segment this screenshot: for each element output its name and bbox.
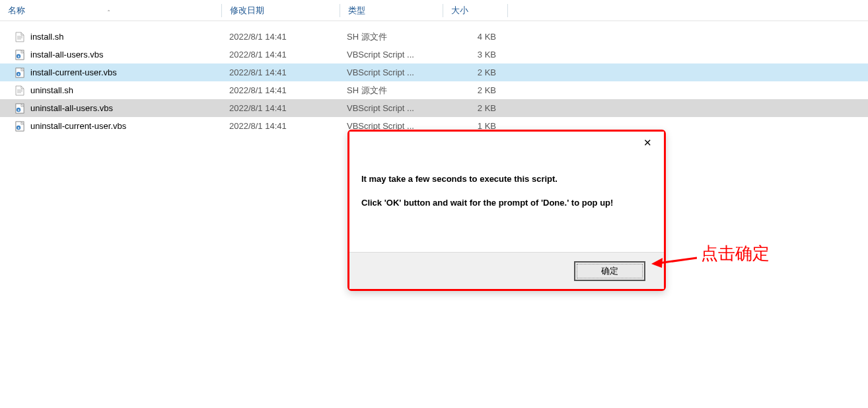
file-type-cell: VBScript Script ... [339,67,441,77]
column-separator [507,4,508,17]
file-size: 2 KB [478,67,496,77]
dialog-titlebar: ✕ [349,132,664,154]
file-date-cell: 2022/8/1 14:41 [221,103,339,113]
column-size-label: 大小 [451,5,468,17]
file-icon: S [15,67,25,78]
sort-ascending-icon: ˆ [108,10,110,17]
file-name: install-all-users.vbs [30,50,104,60]
column-type[interactable]: 类型 [340,5,443,17]
file-icon: S [15,50,25,60]
file-size-cell: 2 KB [441,103,505,113]
file-date-cell: 2022/8/1 14:41 [221,32,339,42]
file-name-cell: Suninstall-current-user.vbs [0,121,221,132]
dialog-footer: 确定 [349,252,664,289]
file-icon: S [15,103,25,114]
file-name: install.sh [30,32,64,42]
column-name-label: 名称 [8,5,25,17]
file-date: 2022/8/1 14:41 [229,103,287,113]
file-size-cell: 2 KB [441,67,505,77]
column-headers: 名称 ˆ 修改日期 类型 大小 [0,0,868,21]
file-icon [15,32,25,42]
file-type-cell: VBScript Script ... [339,103,441,113]
arrow-icon [651,250,697,270]
column-size[interactable]: 大小 [443,5,507,17]
file-name: uninstall.sh [30,85,73,95]
file-type: VBScript Script ... [347,50,414,60]
file-date: 2022/8/1 14:41 [229,50,287,60]
close-icon: ✕ [643,137,652,149]
file-type: SH 源文件 [347,85,387,97]
file-size: 3 KB [478,50,496,60]
file-date: 2022/8/1 14:41 [229,32,287,42]
file-row[interactable]: Sinstall-all-users.vbs2022/8/1 14:41VBSc… [0,46,868,63]
file-name-cell: Suninstall-all-users.vbs [0,103,221,114]
column-date[interactable]: 修改日期 [222,5,340,17]
file-type-cell: SH 源文件 [339,85,441,97]
file-size: 4 KB [478,32,496,42]
column-name[interactable]: 名称 ˆ [0,5,221,17]
dialog-body: It may take a few seconds to execute thi… [349,154,664,252]
dialog-message-line1: It may take a few seconds to execute thi… [361,173,652,186]
file-type: VBScript Script ... [347,67,414,77]
file-type-cell: VBScript Script ... [339,50,441,60]
file-size: 2 KB [478,85,496,95]
file-size: 2 KB [478,103,496,113]
file-date: 2022/8/1 14:41 [229,67,287,77]
file-name-cell: Sinstall-all-users.vbs [0,50,221,60]
file-name-cell: install.sh [0,32,221,42]
svg-text:S: S [18,73,20,76]
message-dialog: ✕ It may take a few seconds to execute t… [347,130,666,291]
file-name: install-current-user.vbs [30,67,117,77]
file-date-cell: 2022/8/1 14:41 [221,50,339,60]
file-date: 2022/8/1 14:41 [229,85,287,95]
file-date: 2022/8/1 14:41 [229,121,287,131]
file-type: VBScript Script ... [347,103,414,113]
file-icon [15,85,25,96]
file-date-cell: 2022/8/1 14:41 [221,121,339,131]
close-button[interactable]: ✕ [633,134,661,152]
dialog-message-line2: Click 'OK' button and wait for the promp… [361,196,652,210]
svg-text:S: S [18,108,20,112]
file-type: SH 源文件 [347,31,387,43]
svg-text:S: S [18,55,20,58]
file-name-cell: uninstall.sh [0,85,221,96]
file-name: uninstall-current-user.vbs [30,121,126,131]
file-icon: S [15,121,25,132]
file-row[interactable]: uninstall.sh2022/8/1 14:41SH 源文件2 KB [0,81,868,99]
file-size-cell: 4 KB [441,32,505,42]
file-size-cell: 3 KB [441,50,505,60]
column-type-label: 类型 [348,5,365,17]
column-date-label: 修改日期 [230,5,264,17]
ok-button[interactable]: 确定 [574,261,645,281]
file-size-cell: 2 KB [441,85,505,95]
file-list: install.sh2022/8/1 14:41SH 源文件4 KBSinsta… [0,21,868,135]
file-row[interactable]: install.sh2022/8/1 14:41SH 源文件4 KB [0,28,868,46]
file-name-cell: Sinstall-current-user.vbs [0,67,221,78]
file-date-cell: 2022/8/1 14:41 [221,67,339,77]
svg-text:S: S [18,126,20,130]
file-date-cell: 2022/8/1 14:41 [221,85,339,95]
file-name: uninstall-all-users.vbs [30,103,113,113]
file-row[interactable]: Sinstall-current-user.vbs2022/8/1 14:41V… [0,63,868,81]
annotation-text: 点击确定 [701,242,770,265]
svg-marker-19 [651,258,663,268]
file-row[interactable]: Suninstall-all-users.vbs2022/8/1 14:41VB… [0,99,868,117]
file-type-cell: SH 源文件 [339,31,441,43]
svg-line-18 [659,258,697,263]
